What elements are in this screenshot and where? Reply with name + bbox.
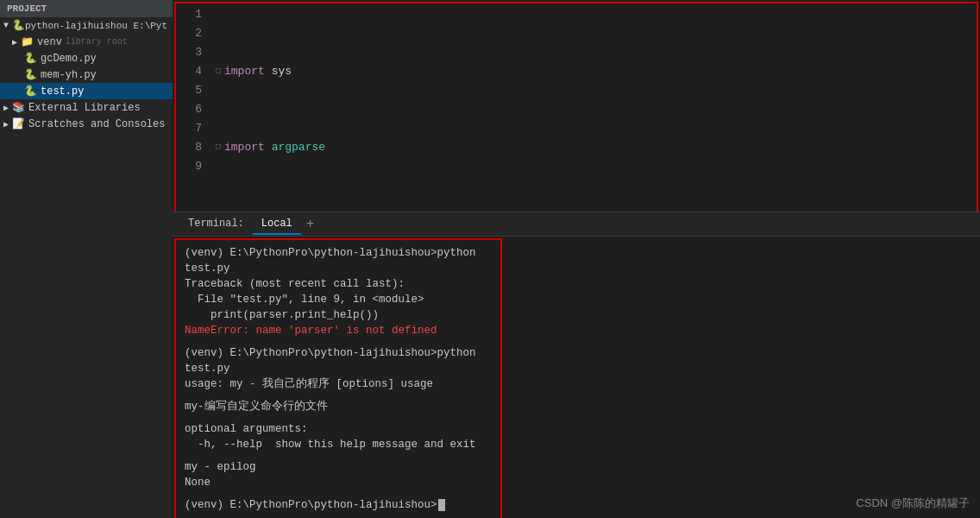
spacer-d bbox=[185, 490, 492, 497]
sidebar-header: PROJECT bbox=[0, 0, 173, 17]
editor-inner: 1 2 3 4 5 6 7 8 9 □ import sys □ bbox=[174, 2, 978, 212]
term-none: None bbox=[185, 475, 492, 490]
gcdemo-label: gcDemo.py bbox=[41, 53, 97, 65]
sidebar-item-project[interactable]: ▼ 🐍 python-lajihuishou E:\Pyt bbox=[0, 17, 173, 34]
term-cmd-2: (venv) E:\PythonPro\python-lajihuishou>p… bbox=[185, 345, 492, 376]
code-editor[interactable]: 1 2 3 4 5 6 7 8 9 □ import sys □ bbox=[173, 0, 980, 212]
scratch-icon: 📝 bbox=[12, 117, 25, 130]
py-icon2: 🐍 bbox=[24, 68, 37, 81]
term-help-opt: -h, --help show this help message and ex… bbox=[185, 437, 492, 452]
sidebar: PROJECT ▼ 🐍 python-lajihuishou E:\Pyt ▶ … bbox=[0, 0, 173, 518]
tab-terminal[interactable]: Terminal: bbox=[179, 214, 253, 235]
term-file-line: File "test.py", line 9, in <module> bbox=[185, 292, 492, 307]
term-cmd-1: (venv) E:\PythonPro\python-lajihuishou>p… bbox=[185, 245, 492, 276]
terminal-tabs: Terminal: Local + bbox=[173, 212, 980, 237]
tab-local-label: Local bbox=[261, 218, 292, 230]
term-traceback: Traceback (most recent call last): bbox=[185, 276, 492, 292]
terminal-left-panel[interactable]: (venv) E:\PythonPro\python-lajihuishou>p… bbox=[174, 238, 502, 518]
extlibs-label: External Libraries bbox=[28, 102, 141, 114]
extlibs-arrow-icon: ▶ bbox=[3, 103, 9, 113]
term-upper-block: (venv) E:\PythonPro\python-lajihuishou>p… bbox=[185, 245, 492, 338]
tab-local[interactable]: Local bbox=[253, 214, 301, 235]
kw-import-1: import bbox=[224, 62, 265, 81]
project-label: python-lajihuishou E:\Pyt bbox=[25, 21, 167, 31]
term-print-line: print(parser.print_help()) bbox=[185, 307, 492, 323]
term-usage: usage: my - 我自己的程序 [options] usage bbox=[185, 376, 492, 392]
venv-sub: library root bbox=[66, 37, 128, 47]
term-spacer bbox=[185, 338, 492, 345]
watermark-text: CSDN @陈陈的精罐子 bbox=[856, 496, 970, 509]
import-sys: sys bbox=[272, 62, 292, 81]
main-area: 1 2 3 4 5 6 7 8 9 □ import sys □ bbox=[173, 0, 980, 518]
term-lower-block: (venv) E:\PythonPro\python-lajihuishou>p… bbox=[185, 345, 492, 513]
import-argparse: argparse bbox=[272, 138, 325, 157]
scratches-arrow-icon: ▶ bbox=[3, 119, 9, 130]
term-epilog: my - epilog bbox=[185, 459, 492, 475]
term-desc: my-编写自定义命令行的文件 bbox=[185, 399, 492, 414]
term-prompt-end: (venv) E:\PythonPro\python-lajihuishou> bbox=[185, 497, 492, 513]
sidebar-item-extlibs[interactable]: ▶ 📚 External Libraries bbox=[0, 99, 173, 116]
tab-terminal-label: Terminal bbox=[188, 218, 238, 230]
terminal-right-panel bbox=[504, 237, 980, 518]
sidebar-item-gcdemo[interactable]: 🐍 gcDemo.py bbox=[0, 50, 173, 66]
terminal-container: Terminal: Local + (venv) E:\PythonPro\py… bbox=[173, 212, 980, 518]
project-icon: 🐍 bbox=[12, 19, 25, 32]
fold-icon-1: □ bbox=[216, 62, 221, 81]
kw-import-2: import bbox=[224, 138, 265, 157]
lib-icon: 📚 bbox=[12, 101, 25, 114]
sidebar-item-memyh[interactable]: 🐍 mem-yh.py bbox=[0, 66, 173, 83]
spacer-b bbox=[185, 414, 492, 421]
code-line-2: □ import argparse bbox=[216, 138, 970, 157]
sidebar-item-venv[interactable]: ▶ 📁 venv library root bbox=[0, 34, 173, 50]
folder-icon: 📁 bbox=[21, 35, 34, 48]
sidebar-item-testpy[interactable]: 🐍 test.py bbox=[0, 83, 173, 99]
code-content: □ import sys □ import argparse # print('… bbox=[209, 3, 977, 212]
terminal-body: (venv) E:\PythonPro\python-lajihuishou>p… bbox=[173, 237, 980, 518]
line-numbers: 1 2 3 4 5 6 7 8 9 bbox=[176, 3, 209, 212]
code-line-1: □ import sys bbox=[216, 62, 970, 81]
arrow-icon: ▼ bbox=[3, 21, 9, 30]
terminal-cursor bbox=[438, 499, 445, 511]
fold-icon-2: □ bbox=[216, 138, 221, 157]
memyh-label: mem-yh.py bbox=[41, 69, 97, 81]
venv-label: venv bbox=[37, 36, 62, 48]
term-nameerror: NameError: name 'parser' is not defined bbox=[185, 323, 492, 338]
py-icon3: 🐍 bbox=[24, 85, 37, 98]
spacer-c bbox=[185, 452, 492, 459]
watermark: CSDN @陈陈的精罐子 bbox=[856, 496, 970, 511]
py-icon: 🐍 bbox=[24, 52, 37, 65]
sidebar-title: PROJECT bbox=[7, 3, 47, 14]
testpy-label: test.py bbox=[41, 85, 84, 98]
venv-arrow-icon: ▶ bbox=[12, 37, 17, 47]
scratches-label: Scratches and Consoles bbox=[28, 118, 165, 130]
spacer-a bbox=[185, 392, 492, 399]
tab-add-button[interactable]: + bbox=[301, 217, 320, 232]
sidebar-item-scratches[interactable]: ▶ 📝 Scratches and Consoles bbox=[0, 116, 173, 132]
term-optional: optional arguments: bbox=[185, 421, 492, 437]
